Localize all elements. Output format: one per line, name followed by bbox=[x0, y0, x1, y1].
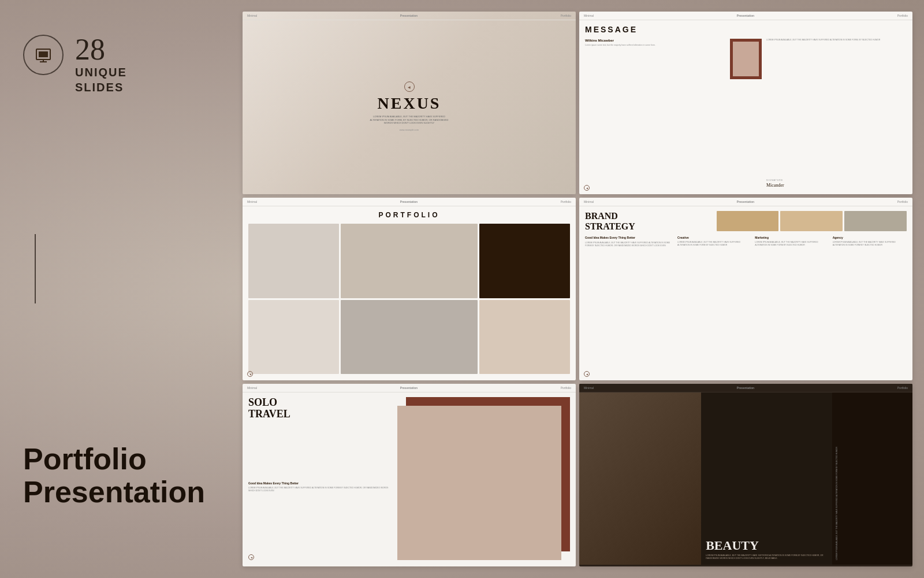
nexus-icon bbox=[404, 81, 415, 92]
brand-title: BRANDSTRATEGY bbox=[585, 211, 712, 231]
nav-center-5: Presentation bbox=[400, 386, 418, 390]
nav-left-4: Minimal bbox=[584, 200, 594, 203]
svg-rect-3 bbox=[39, 51, 48, 57]
slide-4-logo bbox=[584, 371, 590, 377]
left-panel: 28 UNIQUESLIDES Portfolio Presentation bbox=[0, 0, 243, 578]
page-wrapper: 28 UNIQUESLIDES Portfolio Presentation M… bbox=[0, 0, 924, 578]
slide-portfolio: Minimal Presentation Portfolio PORTFOLIO bbox=[243, 198, 576, 380]
beauty-right-text: LOREM IPSUM AVAILABLE, BUT THE MAJORITY … bbox=[836, 447, 839, 560]
brand-image-2 bbox=[780, 211, 843, 231]
nav-right-1: Portfolio bbox=[561, 14, 571, 17]
nav-left-5: Minimal bbox=[247, 386, 257, 390]
signature-area: SIGNATURE Micander bbox=[766, 179, 907, 188]
beauty-right: BEAUTY LOREM IPSUM AVAILABLE, BUT THE MA… bbox=[701, 392, 832, 565]
nav-left-1: Minimal bbox=[247, 14, 257, 17]
message-image-inner bbox=[733, 42, 759, 76]
beauty-title: BEAUTY bbox=[706, 539, 828, 552]
slide-5-logo bbox=[248, 554, 254, 560]
vertical-divider bbox=[35, 234, 36, 303]
message-name: Wilkins Micawber bbox=[585, 39, 725, 42]
brand-header: BRANDSTRATEGY bbox=[585, 211, 907, 231]
slide-4-content: BRANDSTRATEGY Good Idea Makes Every Thin… bbox=[579, 206, 912, 379]
slides-number: 28 bbox=[75, 35, 127, 65]
nav-center-2: Presentation bbox=[737, 14, 754, 17]
nav-right-3: Portfolio bbox=[561, 200, 571, 203]
signature-name: Micander bbox=[766, 183, 907, 188]
travel-description: Good Idea Makes Every Thing Better LOREM… bbox=[248, 481, 393, 493]
slide-2-logo bbox=[584, 185, 590, 191]
slide-nexus: Minimal Presentation Portfolio NEXUS LOR… bbox=[243, 12, 576, 194]
slide-1-nav: Minimal Presentation Portfolio bbox=[243, 12, 576, 20]
slide-2-nav: Minimal Presentation Portfolio bbox=[579, 12, 912, 20]
slide-2-content: MESSAGE Wilkins Micawber Lorem ipsum som… bbox=[579, 20, 912, 192]
message-body: Wilkins Micawber Lorem ipsum some text, … bbox=[585, 39, 907, 188]
message-image bbox=[730, 39, 762, 79]
nav-center-3: Presentation bbox=[400, 200, 418, 203]
brand-col-agency: Agency LOREM IPSUM AVAILABLE, BUT THE MA… bbox=[833, 236, 907, 247]
travel-body: LOREM IPSUM AVAILABLE, BUT THE MAJORITY … bbox=[248, 487, 393, 493]
message-body-text: Lorem ipsum some text, but the majority … bbox=[585, 44, 725, 47]
slides-grid: Minimal Presentation Portfolio NEXUS LOR… bbox=[243, 0, 924, 578]
portfolio-item-6 bbox=[479, 300, 570, 375]
slide-5-nav: Minimal Presentation Portfolio bbox=[243, 384, 576, 392]
portfolio-item-1 bbox=[248, 224, 339, 298]
nav-left-3: Minimal bbox=[247, 200, 257, 203]
nav-left-2: Minimal bbox=[584, 14, 594, 17]
slides-label: UNIQUESLIDES bbox=[75, 65, 127, 95]
message-right-text: LOREM IPSUM AVAILABLE, BUT THE MAJORITY … bbox=[766, 39, 907, 42]
beauty-right-panel: LOREM IPSUM AVAILABLE, BUT THE MAJORITY … bbox=[832, 392, 912, 565]
brand-images bbox=[717, 211, 907, 231]
slide-3-logo bbox=[247, 371, 253, 377]
beauty-body: LOREM IPSUM AVAILABLE, BUT THE MAJORITY … bbox=[706, 554, 828, 561]
slide-3-nav: Minimal Presentation Portfolio bbox=[243, 198, 576, 206]
nexus-url: www.example.com bbox=[400, 128, 419, 131]
slide-beauty: Minimal Presentation Portfolio BEAUTY LO… bbox=[579, 384, 912, 566]
portfolio-item-4 bbox=[248, 300, 339, 375]
nav-center-4: Presentation bbox=[737, 200, 754, 203]
brand-main: Good Idea Makes Every Thing Better LOREM… bbox=[585, 236, 674, 247]
slide-message: Minimal Presentation Portfolio MESSAGE W… bbox=[579, 12, 912, 194]
slide-travel: Minimal Presentation Portfolio SOLOTRAVE… bbox=[243, 384, 576, 566]
slide-6-content: BEAUTY LOREM IPSUM AVAILABLE, BUT THE MA… bbox=[579, 392, 912, 565]
bottom-title: Portfolio Presentation bbox=[23, 443, 219, 543]
nav-right-4: Portfolio bbox=[897, 200, 908, 203]
brand-agency-body: LOREM IPSUM AVAILABLE, BUT THE MAJORITY … bbox=[833, 241, 907, 247]
top-info: 28 UNIQUESLIDES bbox=[23, 35, 219, 95]
beauty-image bbox=[579, 392, 701, 565]
slide-1-content: NEXUS LOREM IPSUM AVAILABLE, BUT THE MAJ… bbox=[243, 20, 576, 192]
slides-text: 28 UNIQUESLIDES bbox=[75, 35, 127, 95]
nav-center-1: Presentation bbox=[400, 14, 418, 17]
brand-marketing-title: Marketing bbox=[755, 236, 829, 239]
nav-right-5: Portfolio bbox=[561, 386, 571, 390]
message-right: LOREM IPSUM AVAILABLE, BUT THE MAJORITY … bbox=[766, 39, 907, 188]
presentation-icon bbox=[23, 35, 64, 75]
nav-center-6: Presentation bbox=[737, 386, 754, 390]
brand-main-text: Good Idea Makes Every Thing Better bbox=[585, 236, 674, 240]
brand-creative-body: LOREM IPSUM AVAILABLE, BUT THE MAJORITY … bbox=[677, 241, 751, 247]
brand-col-marketing: Marketing LOREM IPSUM AVAILABLE, BUT THE… bbox=[755, 236, 829, 247]
slide-5-content: SOLOTRAVEL Good Idea Makes Every Thing B… bbox=[243, 392, 576, 565]
slide-brand: Minimal Presentation Portfolio BRANDSTRA… bbox=[579, 198, 912, 380]
message-left: Wilkins Micawber Lorem ipsum some text, … bbox=[585, 39, 725, 188]
nav-left-6: Minimal bbox=[584, 386, 594, 390]
travel-right bbox=[397, 397, 570, 560]
nexus-subtitle: LOREM IPSUM AVAILABLE, BUT THE MAJORITY … bbox=[366, 115, 453, 125]
travel-image bbox=[397, 406, 561, 560]
slide-4-nav: Minimal Presentation Portfolio bbox=[579, 198, 912, 206]
portfolio-item-5 bbox=[341, 300, 477, 375]
nexus-title: NEXUS bbox=[378, 95, 441, 112]
portfolio-title: PORTFOLIO bbox=[379, 211, 440, 219]
brand-creative-title: Creative bbox=[677, 236, 751, 239]
nav-right-6: Portfolio bbox=[897, 386, 908, 390]
brand-agency-title: Agency bbox=[833, 236, 907, 239]
slide-3-content: PORTFOLIO bbox=[243, 206, 576, 379]
page-title: Portfolio Presentation bbox=[23, 443, 219, 509]
brand-col-creative: Creative LOREM IPSUM AVAILABLE, BUT THE … bbox=[677, 236, 751, 247]
brand-image-1 bbox=[717, 211, 779, 231]
travel-title: SOLOTRAVEL bbox=[248, 397, 393, 420]
brand-marketing-body: LOREM IPSUM AVAILABLE, BUT THE MAJORITY … bbox=[755, 241, 829, 247]
signature-label: SIGNATURE bbox=[766, 179, 907, 181]
portfolio-grid bbox=[248, 224, 570, 374]
portfolio-item-2 bbox=[341, 224, 477, 298]
beauty-left bbox=[579, 392, 701, 565]
